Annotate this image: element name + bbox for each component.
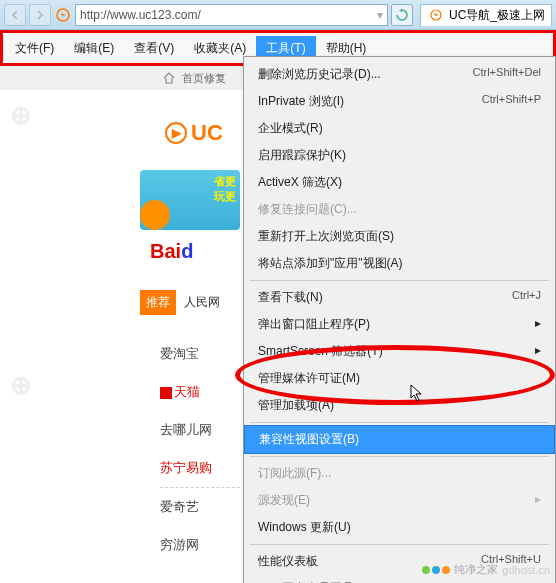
recommend-badge: 推荐 (140, 290, 176, 315)
menu-item[interactable]: 查看下载(N)Ctrl+J (244, 284, 555, 311)
menu-item[interactable]: 文件(F) (5, 36, 64, 61)
menu-separator (250, 422, 549, 423)
menu-item-label: 管理加载项(A) (258, 397, 334, 414)
home-icon[interactable] (162, 71, 176, 85)
menu-item-label: 企业模式(R) (258, 120, 323, 137)
bg-watermark: ⊕ (10, 370, 32, 401)
menu-item: 源发现(E)▸ (244, 487, 555, 514)
tab-label: UC导航_极速上网 (449, 7, 545, 24)
menu-separator (250, 280, 549, 281)
recommend-link[interactable]: 人民网 (184, 294, 220, 311)
menu-item-label: InPrivate 浏览(I) (258, 93, 344, 110)
chevron-right-icon: ▸ (535, 492, 541, 509)
menu-item[interactable]: InPrivate 浏览(I)Ctrl+Shift+P (244, 88, 555, 115)
menu-item-label: Windows 更新(U) (258, 519, 351, 536)
menu-separator (250, 544, 549, 545)
site-link[interactable]: 苏宁易购 (160, 449, 240, 487)
menu-item[interactable]: 兼容性视图设置(B) (244, 425, 555, 454)
tmall-icon (160, 387, 172, 399)
menu-item[interactable]: 启用跟踪保护(K) (244, 142, 555, 169)
menu-item-label: 修复连接问题(C)... (258, 201, 357, 218)
menu-item-label: 删除浏览历史记录(D)... (258, 66, 381, 83)
arrow-right-icon (35, 10, 45, 20)
menu-item[interactable]: Windows 更新(U) (244, 514, 555, 541)
menu-item[interactable]: SmartScreen 筛选器(T)▸ (244, 338, 555, 365)
tools-menu-dropdown: 删除浏览历史记录(D)...Ctrl+Shift+DelInPrivate 浏览… (243, 56, 556, 583)
menu-item-shortcut: Ctrl+Shift+Del (473, 66, 541, 83)
menu-item-label: SmartScreen 筛选器(T) (258, 343, 383, 360)
dot-icon (442, 566, 450, 574)
menu-item-label: ActiveX 筛选(X) (258, 174, 342, 191)
banner-line1: 省更 (144, 174, 236, 189)
menu-item: 订阅此源(F)... (244, 460, 555, 487)
uc-logo-icon: ▶ (165, 122, 187, 144)
menu-item[interactable]: 管理加载项(A) (244, 392, 555, 419)
menu-item-label: 性能仪表板 (258, 553, 318, 570)
back-button[interactable] (4, 4, 26, 26)
dot-icon (422, 566, 430, 574)
site-link[interactable]: 天猫 (160, 373, 240, 411)
menu-item-shortcut: Ctrl+Shift+P (482, 93, 541, 110)
watermark-url: gdhost.cn (502, 564, 550, 576)
tab-strip: UC导航_极速上网 (420, 4, 552, 26)
menu-item-label: 重新打开上次浏览页面(S) (258, 228, 394, 245)
watermark-brand: 纯净之家 (454, 562, 498, 577)
baidu-part2: d (181, 240, 193, 262)
chevron-right-icon: ▸ (535, 343, 541, 360)
menu-item[interactable]: 弹出窗口阻止程序(P)▸ (244, 311, 555, 338)
dot-icon (432, 566, 440, 574)
menu-item-label: 兼容性视图设置(B) (259, 431, 359, 448)
recommend-row: 推荐 人民网 (140, 290, 220, 315)
baidu-part1: Bai (150, 240, 181, 262)
menu-item[interactable]: 将站点添加到"应用"视图(A) (244, 250, 555, 277)
site-link[interactable]: 穷游网 (160, 526, 240, 564)
baidu-logo[interactable]: Baid (150, 240, 193, 263)
menu-item[interactable]: 重新打开上次浏览页面(S) (244, 223, 555, 250)
forward-button[interactable] (29, 4, 51, 26)
browser-tab[interactable]: UC导航_极速上网 (420, 4, 552, 26)
site-link[interactable]: 爱奇艺 (160, 488, 240, 526)
mascot-icon (140, 200, 170, 230)
menu-item-label: 将站点添加到"应用"视图(A) (258, 255, 403, 272)
menu-item[interactable]: 企业模式(R) (244, 115, 555, 142)
menu-item-label: 启用跟踪保护(K) (258, 147, 346, 164)
menu-item-label: 弹出窗口阻止程序(P) (258, 316, 370, 333)
site-link[interactable]: 去哪儿网 (160, 411, 240, 449)
watermark: 纯净之家 gdhost.cn (422, 562, 550, 577)
menu-item-label: 源发现(E) (258, 492, 310, 509)
dropdown-icon[interactable]: ▾ (377, 8, 383, 22)
site-link[interactable]: 爱淘宝 (160, 335, 240, 373)
uc-logo-text: UC (191, 120, 223, 146)
browser-titlebar: http://www.uc123.com/ ▾ UC导航_极速上网 (0, 0, 556, 30)
tab-favicon (427, 6, 445, 24)
menu-item-shortcut: Ctrl+J (512, 289, 541, 306)
menu-item-label: 订阅此源(F)... (258, 465, 331, 482)
menu-item-label: 管理媒体许可证(M) (258, 370, 360, 387)
site-list: 爱淘宝天猫去哪儿网苏宁易购爱奇艺穷游网 (160, 335, 240, 564)
toolbar-text: 首页修复 (182, 71, 226, 86)
menu-item[interactable]: 编辑(E) (64, 36, 124, 61)
menu-separator (250, 456, 549, 457)
chevron-right-icon: ▸ (535, 316, 541, 333)
site-icon (54, 6, 72, 24)
arrow-left-icon (10, 10, 20, 20)
url-text: http://www.uc123.com/ (80, 8, 201, 22)
menu-item[interactable]: ActiveX 筛选(X) (244, 169, 555, 196)
menu-item[interactable]: 管理媒体许可证(M) (244, 365, 555, 392)
refresh-icon (396, 9, 408, 21)
promo-banner[interactable]: 省更 玩更 (140, 170, 240, 230)
refresh-button[interactable] (391, 4, 413, 26)
menu-item[interactable]: 删除浏览历史记录(D)...Ctrl+Shift+Del (244, 61, 555, 88)
menu-item[interactable]: 查看(V) (124, 36, 184, 61)
url-input[interactable]: http://www.uc123.com/ ▾ (75, 4, 388, 26)
menu-item: 修复连接问题(C)... (244, 196, 555, 223)
bg-watermark: ⊕ (10, 100, 32, 131)
uc-logo: ▶ UC (165, 120, 223, 146)
menu-item-label: 查看下载(N) (258, 289, 323, 306)
